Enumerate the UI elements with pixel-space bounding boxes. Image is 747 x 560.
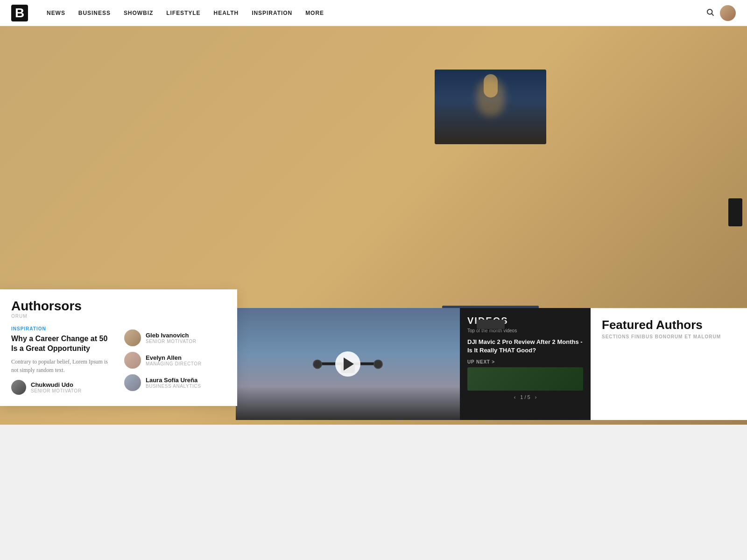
video-player: [236, 308, 460, 420]
author-avatar-2: [124, 352, 141, 369]
overlap-featured-author: Chukwudi Udo SENIOR MOTIVATOR: [11, 380, 113, 395]
featured-authors-bottom-title: Featured Authors: [602, 318, 736, 332]
overlap-authors-content: INSPIRATION Why a Career Change at 50 Is…: [11, 326, 226, 395]
overlap-featured-article: INSPIRATION Why a Career Change at 50 Is…: [11, 326, 113, 395]
author-role-3: BUSINESS ANALYTICS: [146, 384, 201, 389]
featured-authors-bottom-subtitle: SECTIONS FINIBUS BONORUM ET MALORUM: [602, 334, 736, 339]
author-avatar-3: [124, 374, 141, 391]
author-role-1: SENIOR MOTIVATOR: [146, 339, 197, 344]
featured-author-image: [435, 70, 546, 144]
video-panel-next-thumb[interactable]: [467, 367, 583, 391]
nav-news[interactable]: NEWS: [47, 10, 65, 16]
new-stories-section: New Stories BUSINESS Why a Career Change…: [233, 26, 425, 292]
author-avatar-1: [124, 329, 141, 346]
page-wrapper: B NEWS BUSINESS SHOWBIZ LIFESTYLE HEALTH…: [0, 0, 747, 425]
author-item: Gleb Ivanovich SENIOR MOTIVATOR: [124, 329, 226, 346]
nav-right: [706, 5, 736, 21]
overlap-featured-author-avatar: [11, 380, 26, 395]
story-thumbnail-3: [245, 178, 301, 220]
main-two-col: BUSINESS Why a Career Change at 50 Is a …: [0, 26, 425, 292]
search-icon[interactable]: [706, 8, 714, 18]
video-panel-counter: ‹ 1 / 5 ›: [467, 394, 583, 400]
author-item: Laura Sofía Ureña BUSINESS ANALYTICS: [124, 374, 226, 391]
overlap-featured-excerpt: Contrary to popular belief, Lorem Ipsum …: [11, 357, 113, 374]
overlap-featured-author-name: Chukwudi Udo: [31, 381, 82, 388]
video-panel-next[interactable]: ›: [535, 394, 537, 400]
author-name-2: Evelyn Allen: [146, 354, 201, 361]
overlap-authors-card: Authorsors ORUM INSPIRATION Why a Career…: [0, 289, 237, 406]
author-role-2: MANAGING DIRECTOR: [146, 361, 201, 366]
video-play-button[interactable]: [335, 351, 360, 377]
overlap-author-list: Gleb Ivanovich SENIOR MOTIVATOR Evelyn A…: [124, 326, 226, 395]
overlap-featured-author-role: SENIOR MOTIVATOR: [31, 388, 82, 393]
nav-inspiration[interactable]: INSPIRATION: [252, 10, 292, 16]
overlap-authors-title: Authorsors: [11, 299, 226, 314]
overlap-featured-tag: INSPIRATION: [11, 326, 113, 331]
featured-authors-bottom: Featured Authors SECTIONS FINIBUS BONORU…: [591, 308, 747, 420]
svg-point-0: [707, 9, 712, 14]
author-name-3: Laura Sofía Ureña: [146, 377, 201, 384]
nav-health[interactable]: HEALTH: [214, 10, 239, 16]
video-panel-up-next[interactable]: UP NEXT >: [467, 359, 583, 364]
svg-line-1: [712, 14, 713, 15]
video-panel-video-title: DJI Mavic 2 Pro Review After 2 Months - …: [467, 338, 583, 355]
play-icon: [344, 357, 354, 371]
author-name-1: Gleb Ivanovich: [146, 332, 197, 339]
overlap-authors-subtitle: ORUM: [11, 314, 226, 319]
nav-lifestyle[interactable]: LIFESTYLE: [166, 10, 200, 16]
site-logo[interactable]: B: [11, 5, 28, 21]
video-panel-count: 1 / 5: [520, 394, 530, 400]
user-avatar[interactable]: [720, 5, 736, 21]
overlap-featured-title[interactable]: Why a Career Change at 50 Is a Great Opp…: [11, 334, 113, 354]
story-item: BUSINESS Why a Career Change at 50 Is a …: [245, 178, 414, 230]
video-panel-prev[interactable]: ‹: [514, 394, 516, 400]
navigation: B NEWS BUSINESS SHOWBIZ LIFESTYLE HEALTH…: [0, 0, 747, 26]
nav-business[interactable]: BUSINESS: [78, 10, 111, 16]
nav-more[interactable]: MORE: [305, 10, 324, 16]
nav-links: NEWS BUSINESS SHOWBIZ LIFESTYLE HEALTH I…: [47, 10, 324, 16]
nav-showbiz[interactable]: SHOWBIZ: [124, 10, 153, 16]
author-item: Evelyn Allen MANAGING DIRECTOR: [124, 352, 226, 369]
